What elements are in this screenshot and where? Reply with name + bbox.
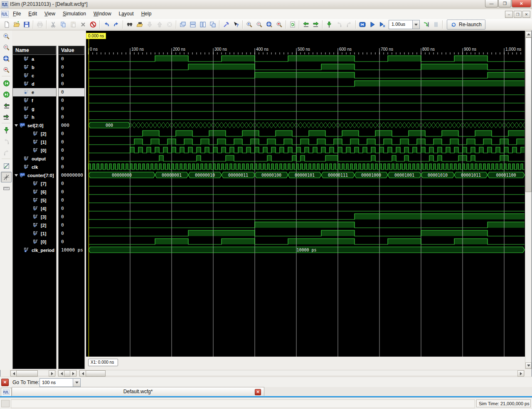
signal-row-c[interactable]: c [13,71,56,80]
zoom-in-icon[interactable] [244,20,254,30]
value-column-header[interactable]: Value [59,46,84,55]
signal-value-1[interactable]: 0 [59,138,84,146]
zoom-in-icon[interactable] [1,31,12,42]
signal-value-output[interactable]: 0 [59,155,84,163]
zoom-full-icon[interactable] [1,53,12,64]
signal-value-d[interactable]: 0 [59,80,84,88]
undo-icon[interactable] [101,20,111,30]
signal-row-output[interactable]: output [13,155,56,163]
crosshair-icon[interactable] [1,172,12,182]
wave-vscrollbar[interactable] [525,31,532,369]
minimize-button[interactable]: — [485,0,498,7]
signal-row-7[interactable]: [7] [13,180,56,188]
open-icon[interactable] [12,20,22,30]
cut-icon[interactable] [48,20,58,30]
signal-value-0[interactable]: 0 [59,146,84,155]
menu-simulation[interactable]: Simulation [59,9,90,19]
signal-row-0[interactable]: [0] [13,238,56,246]
waveform-viewport[interactable]: 0000000000000000001000000100000001100000… [86,31,525,357]
mdi-close-button[interactable]: ✕ [522,11,530,18]
name-hscrollbar[interactable] [10,370,56,376]
wave-tab-icon[interactable] [1,388,12,397]
signal-row-b[interactable]: b [13,63,56,71]
wave-hscrollbar[interactable] [79,370,525,376]
cancel-icon[interactable] [165,20,175,30]
signal-row-clk_period[interactable]: cclk_period [13,246,56,254]
next-trans-icon[interactable] [344,20,354,30]
find-files-icon[interactable] [135,20,145,30]
menu-window[interactable]: Window [90,9,115,19]
menu-view[interactable]: View [41,9,59,19]
signal-value-clk[interactable]: 0 [59,163,84,171]
signal-value-counter70[interactable]: 00000000 [59,171,84,180]
tile-h-icon[interactable] [188,20,198,30]
add-marker-icon[interactable] [1,125,12,136]
signal-value-5[interactable]: 0 [59,196,84,204]
signal-row-0[interactable]: [0] [13,146,56,155]
add-marker-icon[interactable] [324,20,334,30]
signal-row-a[interactable]: a [13,55,56,63]
run-time-dropdown-button[interactable] [412,20,419,29]
signal-value-h[interactable]: 0 [59,113,84,121]
freeze-icon[interactable] [88,20,98,30]
signal-value-f[interactable]: 0 [59,96,84,105]
redo-icon[interactable] [111,20,121,30]
run-icon[interactable] [367,20,377,30]
tab-default-wcfg[interactable]: Default.wcfg* ✕ [12,387,264,396]
signal-row-2[interactable]: [2] [13,221,56,229]
menu-file[interactable]: File [9,9,25,19]
signal-row-g[interactable]: g [13,105,56,113]
menu-layout[interactable]: Layout [115,9,138,19]
cascade-icon[interactable] [178,20,188,30]
goto-end-icon[interactable] [1,89,12,100]
signal-row-f[interactable]: f [13,96,56,105]
signal-value-b[interactable]: 0 [59,63,84,71]
wave-hscrollbar-thumb[interactable] [86,370,106,377]
signal-value-7[interactable]: 0 [59,180,84,188]
delete-icon[interactable] [78,20,88,30]
goto-prev-icon[interactable] [301,20,311,30]
signal-value-4[interactable]: 0 [59,204,84,213]
name-hscrollbar-thumb[interactable] [16,370,38,377]
mdi-minimize-button[interactable]: – [505,11,513,18]
signal-value-2[interactable]: 0 [59,221,84,229]
arrow-up-icon[interactable] [155,20,165,30]
signal-row-5[interactable]: [5] [13,196,56,204]
goto-dropdown-button[interactable] [73,379,80,387]
goto-time-value[interactable]: 100 ns [40,379,73,387]
edge-next-icon[interactable] [1,111,12,122]
signal-row-clk[interactable]: clk [13,163,56,171]
goto-start-icon[interactable] [1,78,12,89]
menu-edit[interactable]: Edit [25,9,41,19]
tile-v-icon[interactable] [198,20,208,30]
relaunch-button[interactable]: Re-launch [447,20,485,30]
menu-help[interactable]: Help [138,9,155,19]
signal-row-6[interactable]: [6] [13,188,56,196]
step-icon[interactable] [421,20,431,30]
signal-value-clk_period[interactable]: 10000 ps [59,246,84,254]
signal-row-3[interactable]: [3] [13,213,56,221]
whats-this-icon[interactable]: ? [231,20,241,30]
signal-value-6[interactable]: 0 [59,188,84,196]
zoom-full-icon[interactable] [264,20,274,30]
save-icon[interactable] [22,20,32,30]
goto-close-button[interactable]: ✕ [1,379,9,386]
collapse-triangle-icon[interactable] [15,174,18,177]
signal-value-c[interactable]: 0 [59,71,84,80]
new-icon[interactable] [2,20,12,30]
run-time-value[interactable]: 1.00us [389,20,412,29]
signal-value-3[interactable]: 0 [59,213,84,221]
restore-button[interactable]: ❐ [498,0,511,7]
name-column-header[interactable]: Name [13,46,56,55]
print-icon[interactable] [35,20,45,30]
arrange-icon[interactable] [208,20,218,30]
signal-row-1[interactable]: [1] [13,138,56,146]
goto-next-icon[interactable] [311,20,321,30]
collapse-triangle-icon[interactable] [15,124,18,127]
signal-row-counter70[interactable]: counter[7:0] [13,171,56,180]
run-time-combobox[interactable]: 1.00us [389,20,420,29]
prev-trans-icon[interactable] [1,136,12,147]
zoom-out-icon[interactable] [1,42,12,53]
snap-icon[interactable] [1,160,12,171]
tab-close-button[interactable]: ✕ [255,389,261,395]
